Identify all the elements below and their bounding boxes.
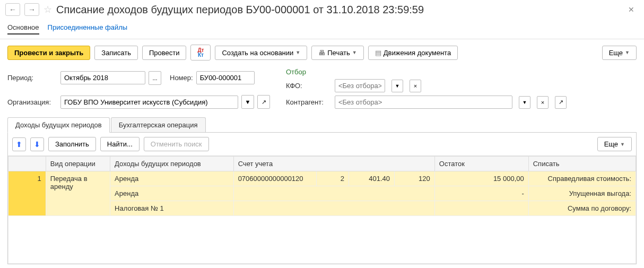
print-button[interactable]: 🖶 Печать ▼: [311, 46, 364, 60]
document-icon: ▤: [375, 49, 381, 57]
cell-acct1[interactable]: 07060000000000120: [233, 171, 317, 186]
cell-wo3[interactable]: Сумма по договору:: [528, 201, 636, 216]
subtab-income[interactable]: Доходы будущих периодов: [7, 117, 110, 133]
cell-acct3[interactable]: 401.40: [349, 171, 395, 186]
cell-income1[interactable]: Аренда: [110, 171, 234, 186]
empty-grid-area[interactable]: [8, 216, 636, 264]
more-button[interactable]: Еще ▼: [602, 46, 637, 60]
cell-income2[interactable]: Аренда: [110, 186, 234, 201]
favorite-star-icon[interactable]: ☆: [43, 4, 52, 15]
cell-empty[interactable]: [233, 201, 434, 216]
cell-wo2[interactable]: Упущенная выгода:: [528, 186, 636, 201]
arrow-down-icon: ⬇: [34, 140, 40, 149]
contragent-dropdown-button[interactable]: ▼: [519, 96, 530, 109]
filter-title: Отбор: [286, 68, 567, 76]
dtkt-button[interactable]: ДтКт: [190, 45, 211, 60]
contragent-open-button[interactable]: ↗: [555, 96, 567, 109]
subtab-accounting[interactable]: Бухгалтерская операция: [111, 117, 206, 133]
movements-button[interactable]: ▤ Движения документа: [368, 46, 458, 60]
org-input[interactable]: [60, 96, 238, 109]
printer-icon: 🖶: [318, 49, 325, 57]
tab-main[interactable]: Основное: [7, 23, 39, 34]
cell-empty[interactable]: [233, 186, 434, 201]
save-button[interactable]: Записать: [94, 46, 138, 60]
period-input[interactable]: [60, 71, 145, 84]
org-open-button[interactable]: ↗: [257, 95, 270, 109]
kfo-dropdown-button[interactable]: ▼: [391, 80, 403, 92]
col-account[interactable]: Счет учета: [233, 157, 434, 171]
dropdown-caret-icon: ▼: [625, 50, 630, 55]
cancel-find-button[interactable]: Отменить поиск: [144, 137, 209, 151]
number-input[interactable]: [196, 71, 255, 84]
col-optype[interactable]: Вид операции: [46, 157, 110, 171]
arrow-up-icon: ⬆: [16, 140, 22, 149]
contragent-input[interactable]: [335, 96, 512, 109]
close-icon[interactable]: ✕: [624, 3, 639, 16]
move-up-button[interactable]: ⬆: [12, 137, 26, 151]
cell-rownum[interactable]: 1: [8, 171, 46, 216]
number-label: Номер:: [170, 74, 193, 82]
nav-back-button[interactable]: ←: [5, 3, 20, 16]
cell-acct4[interactable]: 120: [394, 171, 434, 186]
create-based-button[interactable]: Создать на основании ▼: [215, 46, 307, 60]
fill-button[interactable]: Заполнить: [48, 137, 96, 151]
contragent-label: Контрагент:: [286, 98, 328, 106]
col-writeoff[interactable]: Списать: [528, 157, 636, 171]
nav-forward-button[interactable]: →: [24, 3, 39, 16]
cell-optype[interactable]: Передача в аренду: [46, 171, 110, 216]
dropdown-caret-icon: ▼: [295, 50, 300, 55]
org-label: Организация:: [7, 98, 55, 106]
cell-empty[interactable]: [434, 201, 528, 216]
col-num[interactable]: [8, 157, 46, 171]
find-button[interactable]: Найти...: [100, 137, 140, 151]
tab-attached-files[interactable]: Присоединенные файлы: [48, 23, 128, 34]
cell-income3[interactable]: Налоговая № 1: [110, 201, 234, 216]
kfo-label: КФО:: [286, 82, 328, 90]
kfo-input[interactable]: [335, 79, 385, 92]
cell-wo1[interactable]: Справедливая стоимость:: [528, 171, 636, 186]
col-balance[interactable]: Остаток: [434, 157, 528, 171]
kfo-clear-button[interactable]: ×: [410, 80, 421, 92]
contragent-clear-button[interactable]: ×: [537, 96, 549, 109]
post-button[interactable]: Провести: [142, 46, 187, 60]
col-income[interactable]: Доходы будущих периодов: [110, 157, 234, 171]
cell-balance[interactable]: 15 000,00: [434, 171, 528, 186]
dropdown-caret-icon: ▼: [620, 142, 625, 147]
cell-acct2[interactable]: 2: [317, 171, 349, 186]
cell-dash[interactable]: -: [434, 186, 528, 201]
period-label: Период:: [7, 74, 55, 82]
org-dropdown-button[interactable]: ▼: [241, 95, 254, 109]
post-and-close-button[interactable]: Провести и закрыть: [7, 46, 90, 60]
period-select-button[interactable]: ...: [149, 71, 161, 85]
page-title: Списание доходов будущих периодов БУ00-0…: [56, 4, 424, 16]
dtkt-icon: ДтКт: [197, 48, 204, 57]
table-more-button[interactable]: Еще ▼: [597, 137, 632, 151]
move-down-button[interactable]: ⬇: [30, 137, 44, 151]
dropdown-caret-icon: ▼: [352, 50, 357, 55]
